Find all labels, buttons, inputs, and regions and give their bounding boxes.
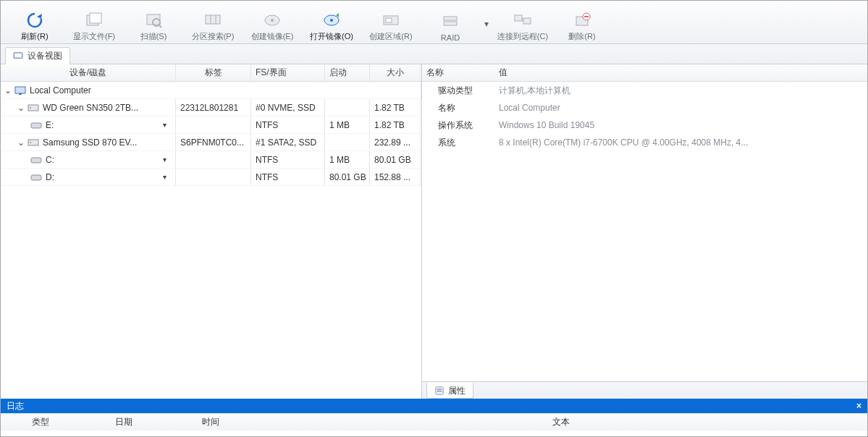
svg-rect-14: [444, 17, 457, 20]
log-titlebar[interactable]: 日志 ×: [1, 399, 867, 413]
tree-disk[interactable]: ⌄Samsung SSD 870 EV...S6PFNM0TC0...#1 SA…: [1, 134, 421, 151]
properties-pane: 名称 值 驱动类型计算机,本地计算机名称Local Computer操作系统Wi…: [422, 64, 867, 399]
log-title: 日志: [7, 400, 24, 412]
tab-properties[interactable]: 属性: [426, 383, 473, 399]
createimg-icon: [261, 10, 284, 30]
volume-icon: [30, 172, 43, 182]
toolbar-label: 显示文件(F): [73, 31, 115, 42]
header-device[interactable]: 设备/磁盘: [1, 64, 176, 81]
properties-header: 名称 值: [422, 64, 867, 82]
create-image-button[interactable]: 创建镜像(E): [244, 4, 300, 42]
tree-root[interactable]: ⌄Local Computer: [1, 82, 421, 99]
header-size[interactable]: 大小: [370, 64, 421, 81]
property-name: 名称: [422, 102, 494, 114]
log-header-text[interactable]: 文本: [254, 414, 867, 430]
cell-fs: #0 NVME, SSD: [251, 99, 325, 116]
cell-size: 232.89 ...: [370, 134, 421, 150]
svg-rect-23: [15, 54, 22, 56]
cell-size: 1.82 TB: [370, 116, 421, 133]
connect-remote-button[interactable]: 连接到远程(C): [494, 4, 551, 42]
cell-label: 22312L801281: [176, 99, 251, 116]
log-header-time[interactable]: 时间: [167, 414, 254, 430]
show-files-button[interactable]: 显示文件(F): [66, 4, 122, 42]
header-prop-name[interactable]: 名称: [422, 64, 494, 81]
toolbar-label: 创建镜像(E): [251, 31, 294, 42]
scan-icon: [142, 10, 165, 30]
property-value: Local Computer: [494, 103, 867, 113]
ssd-icon: [27, 103, 40, 113]
svg-rect-32: [31, 175, 41, 180]
delete-button[interactable]: 删除(R): [554, 4, 610, 42]
svg-rect-25: [19, 93, 22, 95]
open-image-button[interactable]: 打开镜像(O): [303, 4, 360, 42]
partsearch-icon: [201, 10, 224, 30]
tree-expand-icon[interactable]: ⌄: [4, 85, 12, 96]
partition-search-button[interactable]: 分区搜索(P): [185, 4, 241, 42]
volume-dropdown-icon[interactable]: ▾: [163, 156, 171, 164]
header-fs[interactable]: FS/界面: [251, 64, 325, 81]
svg-rect-13: [386, 18, 392, 22]
device-name: D:: [46, 172, 163, 182]
svg-rect-1: [90, 13, 101, 23]
cell-size: 80.01 GB: [370, 151, 421, 168]
device-name: C:: [46, 155, 163, 165]
tree-volume[interactable]: C:▾NTFS1 MB80.01 GB: [1, 151, 421, 169]
property-row[interactable]: 操作系统Windows 10 Build 19045: [422, 116, 867, 134]
raid-button[interactable]: RAID: [422, 4, 479, 42]
toolbar-dropdown-caret[interactable]: ▾: [481, 6, 492, 42]
svg-point-11: [330, 19, 333, 22]
header-prop-value[interactable]: 值: [494, 64, 867, 81]
property-row[interactable]: 驱动类型计算机,本地计算机: [422, 82, 867, 99]
device-name: E:: [46, 120, 163, 130]
computer-icon: [14, 85, 27, 96]
create-region-button[interactable]: 创建区域(R): [363, 4, 419, 42]
cell-boot: 1 MB: [325, 116, 370, 133]
svg-point-9: [271, 19, 274, 22]
cell-label: [176, 116, 251, 133]
remote-icon: [511, 10, 534, 30]
cell-boot: 80.01 GB: [325, 169, 370, 185]
svg-rect-24: [15, 87, 25, 93]
toolbar-label: 删除(R): [568, 31, 595, 42]
scan-button[interactable]: 扫描(S): [125, 4, 182, 42]
device-name: Samsung SSD 870 EV...: [43, 137, 171, 148]
property-value: 计算机,本地计算机: [494, 85, 867, 97]
property-name: 系统: [422, 137, 494, 149]
toolbar-label: RAID: [441, 33, 460, 42]
refresh-icon: [23, 10, 46, 30]
toolbar-label: 刷新(R): [21, 31, 48, 42]
tree-expand-icon[interactable]: ⌄: [17, 137, 25, 148]
toolbar-label: 创建区域(R): [369, 31, 412, 42]
property-row[interactable]: 名称Local Computer: [422, 99, 867, 116]
log-header-type[interactable]: 类型: [1, 414, 80, 430]
tree-disk[interactable]: ⌄WD Green SN350 2TB...22312L801281#0 NVM…: [1, 99, 421, 116]
region-icon: [379, 10, 403, 30]
tree-volume[interactable]: E:▾NTFS1 MB1.82 TB: [1, 116, 421, 134]
tree-volume[interactable]: D:▾NTFS80.01 GB152.88 ...: [1, 169, 421, 186]
svg-rect-34: [437, 389, 442, 389]
refresh-button[interactable]: 刷新(R): [7, 4, 63, 42]
tab-device-view[interactable]: 设备视图: [5, 47, 70, 64]
volume-dropdown-icon[interactable]: ▾: [163, 121, 171, 129]
properties-tab-icon: [434, 386, 444, 396]
main-toolbar: 刷新(R)显示文件(F)扫描(S)分区搜索(P)创建镜像(E)打开镜像(O)创建…: [1, 1, 867, 44]
property-row[interactable]: 系统8 x Intel(R) Core(TM) i7-6700K CPU @ 4…: [422, 134, 867, 151]
cell-fs: NTFS: [251, 116, 325, 133]
ssd-icon: [27, 137, 40, 148]
log-close-icon[interactable]: ×: [856, 401, 861, 411]
log-header-date[interactable]: 日期: [80, 414, 167, 430]
toolbar-label: 连接到远程(C): [497, 31, 548, 42]
header-boot[interactable]: 启动: [325, 64, 370, 81]
header-label[interactable]: 标签: [176, 64, 251, 81]
tab-label: 设备视图: [28, 50, 62, 62]
cell-fs: NTFS: [251, 169, 325, 185]
svg-point-27: [30, 107, 31, 109]
cell-size: 1.82 TB: [370, 99, 421, 116]
volume-dropdown-icon[interactable]: ▾: [163, 173, 171, 181]
cell-label: [176, 151, 251, 168]
device-grid-header: 设备/磁盘 标签 FS/界面 启动 大小: [1, 64, 421, 82]
svg-rect-16: [515, 15, 522, 21]
tree-expand-icon[interactable]: ⌄: [17, 103, 25, 113]
property-name: 驱动类型: [422, 85, 494, 97]
properties-tab-label: 属性: [448, 385, 465, 397]
